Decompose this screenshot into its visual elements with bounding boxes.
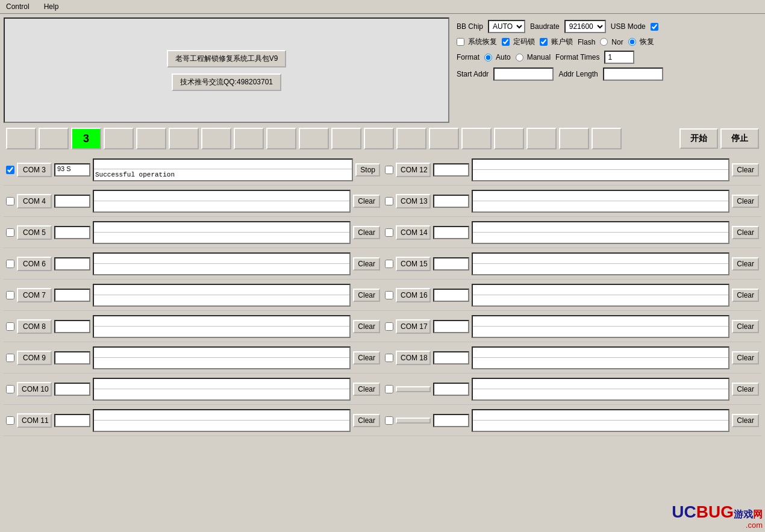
tab-8[interactable]	[266, 128, 296, 149]
account-lock-checkbox[interactable]	[540, 38, 548, 46]
com19-clear-btn[interactable]: Clear	[732, 383, 759, 396]
tab-17[interactable]	[559, 128, 589, 149]
com13-clear-btn[interactable]: Clear	[732, 195, 759, 208]
com-row-com9: COM 9Clear	[4, 342, 382, 374]
tab-2[interactable]: 3	[71, 128, 101, 149]
com4-checkbox[interactable]	[6, 197, 14, 205]
com14-clear-btn[interactable]: Clear	[732, 226, 759, 239]
tab-10[interactable]	[331, 128, 361, 149]
tab-16[interactable]	[526, 128, 557, 149]
com12-checkbox[interactable]	[385, 166, 393, 174]
tab-14[interactable]	[461, 128, 492, 149]
com5-checkbox[interactable]	[6, 228, 14, 237]
decode-lock-checkbox[interactable]	[502, 38, 510, 46]
com17-clear-btn[interactable]: Clear	[732, 320, 759, 333]
com9-clear-btn[interactable]: Clear	[353, 351, 380, 365]
com16-clear-btn[interactable]: Clear	[732, 289, 759, 302]
tab-6[interactable]	[201, 128, 231, 149]
format-auto-radio[interactable]	[484, 54, 492, 61]
com19-label-btn[interactable]	[396, 386, 431, 392]
format-manual-radio[interactable]	[516, 54, 523, 61]
com17-log-bottom	[473, 327, 728, 337]
com15-clear-btn[interactable]: Clear	[732, 257, 759, 271]
title-button[interactable]: 老哥工程解锁修复系统工具包V9	[167, 50, 287, 67]
com6-label-btn[interactable]: COM 6	[17, 257, 52, 271]
com14-label-btn[interactable]: COM 14	[396, 225, 431, 240]
com20-clear-btn[interactable]: Clear	[732, 414, 759, 427]
tab-4[interactable]	[136, 128, 166, 149]
menu-help[interactable]: Help	[40, 1, 63, 12]
tab-13[interactable]	[429, 128, 459, 149]
tab-12[interactable]	[396, 128, 426, 149]
com6-log	[93, 252, 351, 275]
com11-label-btn[interactable]: COM 11	[17, 413, 52, 428]
start-button[interactable]: 开始	[679, 128, 718, 149]
com5-clear-btn[interactable]: Clear	[353, 226, 380, 239]
baudrate-select[interactable]: 921600	[564, 20, 606, 33]
com7-clear-btn[interactable]: Clear	[353, 289, 380, 302]
com14-status	[433, 226, 469, 239]
com14-checkbox[interactable]	[385, 228, 393, 237]
com17-checkbox[interactable]	[385, 322, 393, 331]
format-times-input[interactable]	[604, 51, 634, 64]
tab-9[interactable]	[299, 128, 329, 149]
com16-log-bottom	[473, 295, 728, 305]
com4-label-btn[interactable]: COM 4	[17, 194, 52, 208]
tab-3[interactable]	[104, 128, 134, 149]
com13-checkbox[interactable]	[385, 197, 393, 205]
tab-11[interactable]	[364, 128, 394, 149]
tab-1[interactable]	[39, 128, 69, 149]
tab-18[interactable]	[592, 128, 622, 149]
com8-clear-btn[interactable]: Clear	[353, 320, 380, 333]
com3-stop-btn[interactable]: Stop	[355, 163, 380, 177]
flash-label: Flash	[578, 38, 595, 46]
bb-chip-select[interactable]: AUTO	[488, 20, 525, 33]
usb-mode-checkbox[interactable]	[651, 23, 658, 31]
com5-label-btn[interactable]: COM 5	[17, 225, 52, 240]
com9-log-top	[94, 348, 349, 358]
com11-checkbox[interactable]	[6, 416, 14, 425]
com3-checkbox[interactable]	[6, 166, 14, 174]
com6-checkbox[interactable]	[6, 260, 14, 268]
tab-7[interactable]	[234, 128, 264, 149]
com8-checkbox[interactable]	[6, 322, 14, 331]
com16-checkbox[interactable]	[385, 291, 393, 299]
com18-clear-btn[interactable]: Clear	[732, 351, 759, 365]
sys-restore-checkbox[interactable]	[457, 38, 464, 46]
flash-recover-radio[interactable]	[628, 38, 636, 46]
com20-checkbox[interactable]	[385, 416, 393, 425]
menu-control[interactable]: Control	[2, 1, 33, 12]
com12-clear-btn[interactable]: Clear	[732, 163, 759, 177]
com9-label-btn[interactable]: COM 9	[17, 351, 52, 365]
com18-checkbox[interactable]	[385, 354, 393, 362]
addr-length-input[interactable]: 0x00200000	[603, 67, 663, 81]
com15-label-btn[interactable]: COM 15	[396, 257, 431, 271]
tab-5[interactable]	[169, 128, 199, 149]
com7-checkbox[interactable]	[6, 291, 14, 299]
com17-log	[472, 315, 729, 338]
com3-label-btn[interactable]: COM 3	[17, 163, 52, 177]
com6-clear-btn[interactable]: Clear	[353, 257, 380, 271]
com17-label-btn[interactable]: COM 17	[396, 319, 431, 334]
com12-label-btn[interactable]: COM 12	[396, 163, 431, 177]
com7-label-btn[interactable]: COM 7	[17, 288, 52, 302]
com4-clear-btn[interactable]: Clear	[353, 195, 380, 208]
com15-checkbox[interactable]	[385, 260, 393, 268]
stop-button[interactable]: 停止	[720, 128, 759, 149]
com10-checkbox[interactable]	[6, 385, 14, 393]
com20-label-btn[interactable]	[396, 418, 431, 424]
com8-label-btn[interactable]: COM 8	[17, 319, 52, 334]
com10-clear-btn[interactable]: Clear	[353, 383, 380, 396]
com9-checkbox[interactable]	[6, 354, 14, 362]
com19-checkbox[interactable]	[385, 385, 393, 393]
com16-label-btn[interactable]: COM 16	[396, 288, 431, 302]
com11-clear-btn[interactable]: Clear	[353, 414, 380, 427]
com18-label-btn[interactable]: COM 18	[396, 351, 431, 365]
start-addr-input[interactable]: 0x00E00000	[493, 67, 554, 81]
qq-button[interactable]: 技术推号交流QQ:498203701	[172, 74, 281, 91]
tab-15[interactable]	[494, 128, 524, 149]
tab-0[interactable]	[6, 128, 36, 149]
com10-label-btn[interactable]: COM 10	[17, 382, 52, 396]
flash-nor-radio[interactable]	[600, 38, 608, 46]
com13-label-btn[interactable]: COM 13	[396, 194, 431, 208]
